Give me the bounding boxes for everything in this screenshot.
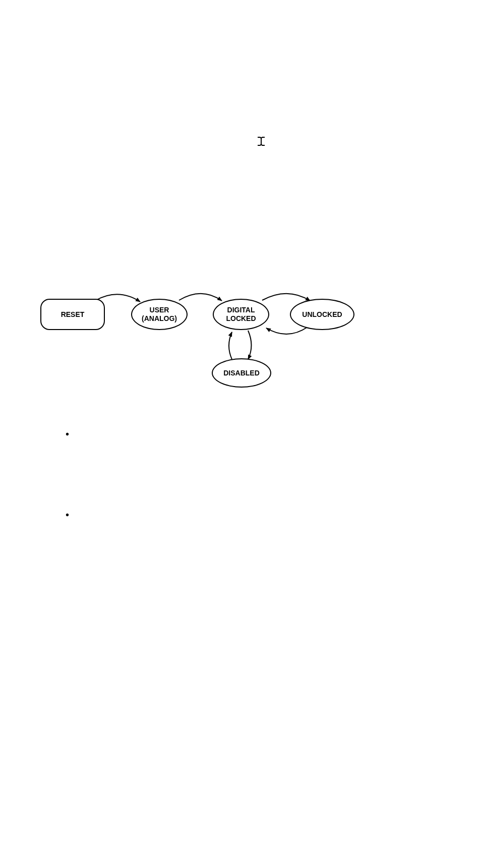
node-digital-locked: DIGITAL LOCKED [213, 299, 269, 330]
bullet-1: • [66, 429, 69, 439]
bullet-2: • [66, 510, 69, 520]
node-disabled: DISABLED [212, 358, 271, 388]
node-reset: RESET [40, 299, 105, 330]
node-digital-locked-label: DIGITAL LOCKED [226, 306, 256, 323]
node-unlocked-label: UNLOCKED [302, 310, 342, 319]
node-disabled-label: DISABLED [223, 369, 260, 377]
node-unlocked: UNLOCKED [290, 299, 354, 330]
node-user-analog: USER (ANALOG) [131, 299, 188, 330]
bullet-list: • • [66, 429, 69, 590]
state-diagram: RESET USER (ANALOG) DIGITAL LOCKED UNLOC… [40, 293, 363, 404]
node-reset-label: RESET [61, 310, 85, 319]
node-user-analog-label: USER (ANALOG) [142, 306, 177, 323]
text-cursor-icon [257, 136, 265, 149]
